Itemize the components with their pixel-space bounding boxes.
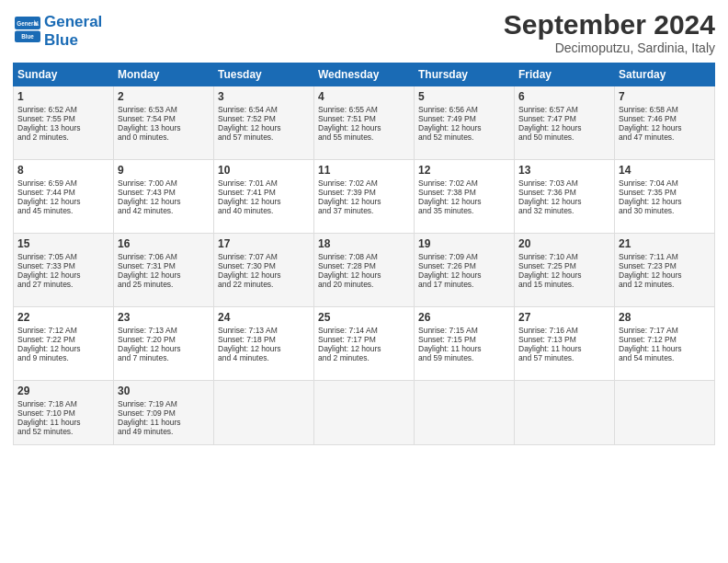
- day-info: Daylight: 12 hours: [518, 270, 582, 280]
- day-info: Sunset: 7:23 PM: [619, 261, 677, 270]
- day-number: 21: [619, 237, 711, 250]
- calendar-week-row: 29Sunrise: 7:18 AMSunset: 7:10 PMDayligh…: [14, 381, 715, 445]
- logo-text-general: General: [44, 13, 102, 31]
- table-row: 26Sunrise: 7:15 AMSunset: 7:15 PMDayligh…: [415, 307, 515, 381]
- day-number: 22: [17, 311, 109, 324]
- day-info: and 54 minutes.: [619, 353, 674, 362]
- day-info: and 32 minutes.: [518, 206, 574, 215]
- table-row: 10Sunrise: 7:01 AMSunset: 7:41 PMDayligh…: [214, 160, 314, 234]
- header-area: General Blue General Blue September 2024…: [13, 9, 715, 55]
- day-info: Sunrise: 6:57 AM: [518, 105, 578, 114]
- calendar-container: General Blue General Blue September 2024…: [0, 0, 728, 454]
- day-info: Sunrise: 7:14 AM: [318, 326, 378, 335]
- day-info: and 9 minutes.: [17, 353, 69, 362]
- day-number: 27: [518, 311, 610, 324]
- day-info: Sunset: 7:17 PM: [318, 335, 376, 344]
- logo: General Blue General Blue: [13, 13, 102, 49]
- day-info: Sunrise: 6:55 AM: [318, 105, 378, 114]
- day-number: 18: [318, 237, 410, 250]
- day-number: 17: [218, 237, 310, 250]
- day-info: Sunset: 7:20 PM: [118, 335, 176, 344]
- day-info: and 52 minutes.: [17, 427, 73, 436]
- day-number: 15: [17, 237, 109, 250]
- day-number: 1: [17, 90, 109, 103]
- day-number: 12: [418, 164, 510, 177]
- day-info: and 27 minutes.: [17, 280, 73, 289]
- table-row: 29Sunrise: 7:18 AMSunset: 7:10 PMDayligh…: [14, 381, 114, 445]
- day-info: Sunrise: 7:07 AM: [218, 252, 278, 261]
- day-info: Sunrise: 7:08 AM: [318, 252, 378, 261]
- day-info: Daylight: 12 hours: [418, 123, 482, 132]
- day-info: Sunset: 7:54 PM: [118, 114, 176, 123]
- table-row: 17Sunrise: 7:07 AMSunset: 7:30 PMDayligh…: [214, 234, 314, 307]
- day-info: Daylight: 12 hours: [218, 270, 281, 280]
- col-monday: Monday: [114, 63, 214, 86]
- table-row: [314, 381, 415, 445]
- day-info: Sunrise: 7:13 AM: [218, 326, 278, 335]
- day-info: Sunset: 7:33 PM: [17, 261, 75, 270]
- day-info: Daylight: 12 hours: [619, 270, 682, 280]
- day-info: and 30 minutes.: [619, 206, 674, 215]
- day-info: and 22 minutes.: [218, 280, 273, 289]
- day-info: and 2 minutes.: [318, 353, 370, 362]
- day-info: Sunrise: 6:52 AM: [17, 105, 77, 114]
- day-info: Daylight: 12 hours: [17, 197, 81, 206]
- day-info: and 47 minutes.: [619, 132, 674, 142]
- table-row: 6Sunrise: 6:57 AMSunset: 7:47 PMDaylight…: [515, 86, 615, 160]
- day-info: Sunset: 7:55 PM: [17, 114, 75, 123]
- day-info: Sunset: 7:41 PM: [218, 188, 276, 197]
- day-info: Sunrise: 7:15 AM: [418, 326, 478, 335]
- day-number: 28: [619, 311, 711, 324]
- day-info: Sunrise: 7:09 AM: [418, 252, 478, 261]
- table-row: 24Sunrise: 7:13 AMSunset: 7:18 PMDayligh…: [214, 307, 314, 381]
- table-row: 3Sunrise: 6:54 AMSunset: 7:52 PMDaylight…: [214, 86, 314, 160]
- table-row: 7Sunrise: 6:58 AMSunset: 7:46 PMDaylight…: [615, 86, 715, 160]
- day-info: Sunrise: 7:11 AM: [619, 252, 678, 261]
- day-number: 30: [118, 385, 210, 397]
- calendar-week-row: 15Sunrise: 7:05 AMSunset: 7:33 PMDayligh…: [14, 234, 715, 307]
- col-wednesday: Wednesday: [314, 63, 415, 86]
- day-number: 16: [118, 237, 210, 250]
- table-row: 28Sunrise: 7:17 AMSunset: 7:12 PMDayligh…: [615, 307, 715, 381]
- col-sunday: Sunday: [14, 63, 114, 86]
- day-info: Sunset: 7:18 PM: [218, 335, 276, 344]
- day-info: Sunset: 7:09 PM: [118, 408, 176, 418]
- day-info: and 17 minutes.: [418, 280, 473, 289]
- day-info: Sunrise: 6:59 AM: [17, 178, 77, 188]
- day-info: Daylight: 12 hours: [619, 123, 682, 132]
- day-info: Sunset: 7:51 PM: [318, 114, 376, 123]
- day-info: and 45 minutes.: [17, 206, 73, 215]
- svg-text:Blue: Blue: [21, 32, 34, 39]
- table-row: [214, 381, 314, 445]
- day-info: Sunrise: 7:18 AM: [17, 399, 77, 408]
- table-row: 21Sunrise: 7:11 AMSunset: 7:23 PMDayligh…: [615, 234, 715, 307]
- day-number: 24: [218, 311, 310, 324]
- day-info: Daylight: 12 hours: [218, 197, 281, 206]
- day-info: Daylight: 13 hours: [17, 123, 81, 132]
- table-row: 14Sunrise: 7:04 AMSunset: 7:35 PMDayligh…: [615, 160, 715, 234]
- day-info: Sunset: 7:39 PM: [318, 188, 376, 197]
- day-info: and 2 minutes.: [17, 132, 69, 142]
- day-info: Daylight: 12 hours: [118, 197, 181, 206]
- day-info: Daylight: 12 hours: [318, 197, 381, 206]
- day-info: Sunrise: 7:16 AM: [518, 326, 578, 335]
- day-number: 20: [518, 237, 610, 250]
- day-info: and 50 minutes.: [518, 132, 574, 142]
- day-info: Daylight: 12 hours: [218, 123, 281, 132]
- col-friday: Friday: [515, 63, 615, 86]
- day-number: 8: [17, 164, 109, 177]
- table-row: 13Sunrise: 7:03 AMSunset: 7:36 PMDayligh…: [515, 160, 615, 234]
- day-info: and 35 minutes.: [418, 206, 473, 215]
- day-info: Daylight: 12 hours: [318, 270, 381, 280]
- day-info: Sunset: 7:49 PM: [418, 114, 476, 123]
- day-info: Daylight: 12 hours: [318, 123, 381, 132]
- table-row: 25Sunrise: 7:14 AMSunset: 7:17 PMDayligh…: [314, 307, 415, 381]
- table-row: 5Sunrise: 6:56 AMSunset: 7:49 PMDaylight…: [415, 86, 515, 160]
- day-info: Daylight: 12 hours: [518, 123, 582, 132]
- day-info: Sunrise: 6:58 AM: [619, 105, 678, 114]
- day-info: Sunset: 7:38 PM: [418, 188, 476, 197]
- day-info: Sunrise: 6:56 AM: [418, 105, 478, 114]
- day-number: 5: [418, 90, 510, 103]
- day-number: 11: [318, 164, 410, 177]
- table-row: 19Sunrise: 7:09 AMSunset: 7:26 PMDayligh…: [415, 234, 515, 307]
